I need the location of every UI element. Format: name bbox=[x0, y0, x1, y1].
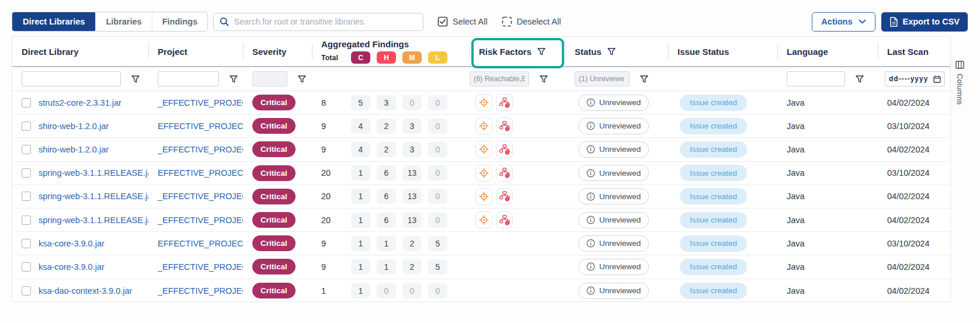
library-link[interactable]: struts2-core-2.3.31.jar bbox=[39, 98, 121, 107]
status-filter-icon[interactable] bbox=[607, 48, 616, 55]
header-aggregated-findings[interactable]: Aggregated Findings Total C H M L bbox=[312, 37, 470, 66]
row-checkbox[interactable] bbox=[22, 168, 31, 178]
findings-total: 1 bbox=[321, 286, 345, 296]
severity-pill: Critical bbox=[252, 189, 296, 204]
filter-funnel-icon[interactable] bbox=[230, 75, 238, 83]
severity-count: 0 bbox=[402, 95, 422, 110]
project-link[interactable]: _EFFECTIVE_PROJECTb bbox=[158, 286, 243, 296]
header-last-scan[interactable]: Last Scan bbox=[878, 37, 951, 66]
reachability-target-icon[interactable] bbox=[475, 211, 492, 228]
status-filter-value[interactable] bbox=[575, 71, 630, 86]
issue-status-pill[interactable]: Issue created bbox=[680, 259, 747, 275]
vulnerable-dependency-tree-icon[interactable]: ! bbox=[496, 211, 513, 228]
library-link[interactable]: ksa-dao-context-3.9.0.jar bbox=[39, 286, 132, 296]
status-pill[interactable]: Unreviewed bbox=[578, 259, 649, 275]
columns-panel-toggle[interactable]: Columns bbox=[951, 36, 968, 302]
project-link[interactable]: _EFFECTIVE_PROJECTb bbox=[158, 216, 243, 225]
library-link[interactable]: shiro-web-1.2.0.jar bbox=[39, 145, 109, 154]
tab-direct-libraries[interactable]: Direct Libraries bbox=[12, 12, 96, 32]
library-link[interactable]: spring-web-3.1.1.RELEASE.ja bbox=[39, 216, 148, 225]
filter-funnel-icon[interactable] bbox=[856, 75, 864, 83]
status-pill[interactable]: Unreviewed bbox=[578, 118, 649, 134]
header-status[interactable]: Status bbox=[565, 37, 668, 66]
high-severity-badge: H bbox=[377, 51, 396, 64]
row-checkbox[interactable] bbox=[22, 286, 31, 296]
vulnerable-dependency-tree-icon[interactable]: ! bbox=[496, 165, 513, 182]
issue-status-pill[interactable]: Issue created bbox=[680, 118, 747, 134]
header-direct-library[interactable]: Direct Library bbox=[12, 37, 148, 66]
issue-status-pill[interactable]: Issue created bbox=[680, 188, 747, 204]
vulnerable-dependency-tree-icon[interactable]: ! bbox=[496, 94, 513, 111]
reachability-target-icon[interactable] bbox=[475, 94, 492, 111]
vulnerable-dependency-tree-icon[interactable]: ! bbox=[496, 117, 513, 134]
library-link[interactable]: spring-web-3.1.1.RELEASE.ja bbox=[39, 168, 148, 178]
issue-status-pill[interactable]: Issue created bbox=[680, 141, 747, 158]
language-filter-input[interactable] bbox=[787, 71, 845, 86]
issue-status-pill[interactable]: Issue created bbox=[680, 165, 747, 181]
critical-severity-badge: C bbox=[351, 51, 370, 64]
row-checkbox[interactable] bbox=[22, 216, 31, 225]
project-filter-input[interactable] bbox=[158, 71, 219, 86]
library-link[interactable]: ksa-core-3.9.0.jar bbox=[39, 239, 105, 248]
project-link[interactable]: EFFECTIVE_PROJECTa bbox=[158, 239, 243, 248]
header-severity[interactable]: Severity bbox=[243, 37, 312, 66]
project-link[interactable]: _EFFECTIVE_PROJECTb bbox=[158, 145, 243, 154]
row-checkbox[interactable] bbox=[22, 262, 31, 272]
search-input[interactable] bbox=[234, 17, 417, 26]
severity-filter-input[interactable] bbox=[252, 71, 287, 86]
status-pill[interactable]: Unreviewed bbox=[578, 188, 649, 204]
header-language[interactable]: Language bbox=[777, 37, 878, 66]
risk-factors-filter-icon[interactable] bbox=[537, 48, 545, 55]
row-checkbox[interactable] bbox=[22, 145, 31, 154]
issue-status-pill[interactable]: Issue created bbox=[680, 95, 747, 111]
deselect-all-button[interactable]: Deselect All bbox=[502, 16, 561, 27]
actions-button[interactable]: Actions bbox=[812, 12, 875, 32]
vulnerable-dependency-tree-icon[interactable]: ! bbox=[496, 188, 513, 205]
status-pill[interactable]: Unreviewed bbox=[578, 235, 649, 252]
issue-status-pill[interactable]: Issue created bbox=[680, 235, 747, 252]
status-pill[interactable]: Unreviewed bbox=[578, 95, 649, 111]
status-pill[interactable]: Unreviewed bbox=[578, 165, 649, 181]
row-checkbox[interactable] bbox=[22, 121, 31, 131]
reachability-target-icon[interactable] bbox=[475, 141, 492, 158]
filter-funnel-icon[interactable] bbox=[640, 75, 648, 83]
header-project[interactable]: Project bbox=[148, 37, 243, 66]
last-scan-date-filter[interactable]: dd----yyyy bbox=[885, 71, 945, 86]
filter-funnel-icon[interactable] bbox=[540, 75, 548, 83]
select-all-button[interactable]: Select All bbox=[437, 16, 488, 27]
filter-funnel-icon[interactable] bbox=[298, 75, 306, 83]
header-risk-factors[interactable]: Risk Factors bbox=[470, 37, 565, 66]
direct-library-filter-input[interactable] bbox=[22, 71, 121, 86]
project-link[interactable]: EFFECTIVE_PROJECTa bbox=[158, 168, 243, 178]
library-link[interactable]: spring-web-3.1.1.RELEASE.ja bbox=[39, 192, 148, 201]
risk-factors-filter-value[interactable] bbox=[470, 71, 529, 86]
tab-libraries[interactable]: Libraries bbox=[95, 12, 151, 31]
reachability-target-icon[interactable] bbox=[475, 188, 492, 205]
project-link[interactable]: _EFFECTIVE_PROJECTb bbox=[158, 192, 243, 201]
row-checkbox[interactable] bbox=[22, 192, 31, 201]
header-issue-status[interactable]: Issue Status bbox=[668, 37, 777, 66]
status-text: Unreviewed bbox=[599, 98, 641, 107]
vulnerable-dependency-tree-icon[interactable]: ! bbox=[496, 141, 513, 158]
row-checkbox[interactable] bbox=[22, 98, 31, 107]
issue-status-pill[interactable]: Issue created bbox=[680, 212, 747, 228]
library-link[interactable]: shiro-web-1.2.0.jar bbox=[39, 121, 109, 131]
reachability-target-icon[interactable] bbox=[475, 165, 492, 182]
status-pill[interactable]: Unreviewed bbox=[578, 283, 649, 299]
project-link[interactable]: EFFECTIVE_PROJECTa bbox=[158, 121, 243, 131]
project-link[interactable]: _EFFECTIVE_PROJECTb bbox=[158, 262, 243, 272]
library-link[interactable]: ksa-core-3.9.0.jar bbox=[39, 262, 105, 272]
status-pill[interactable]: Unreviewed bbox=[578, 141, 649, 158]
project-link[interactable]: _EFFECTIVE_PROJECTb bbox=[158, 98, 243, 107]
reachability-target-icon[interactable] bbox=[475, 117, 492, 134]
severity-count: 5 bbox=[428, 259, 447, 275]
filter-funnel-icon[interactable] bbox=[131, 75, 140, 83]
tab-findings[interactable]: Findings bbox=[152, 12, 207, 31]
last-scan-cell: 04/02/2024 bbox=[878, 192, 951, 201]
issue-status-pill[interactable]: Issue created bbox=[680, 283, 747, 299]
row-checkbox[interactable] bbox=[22, 239, 31, 248]
library-search[interactable] bbox=[213, 13, 423, 31]
export-to-csv-button[interactable]: Export to CSV bbox=[881, 12, 968, 32]
dashed-box-icon bbox=[502, 16, 512, 27]
status-pill[interactable]: Unreviewed bbox=[578, 212, 649, 228]
